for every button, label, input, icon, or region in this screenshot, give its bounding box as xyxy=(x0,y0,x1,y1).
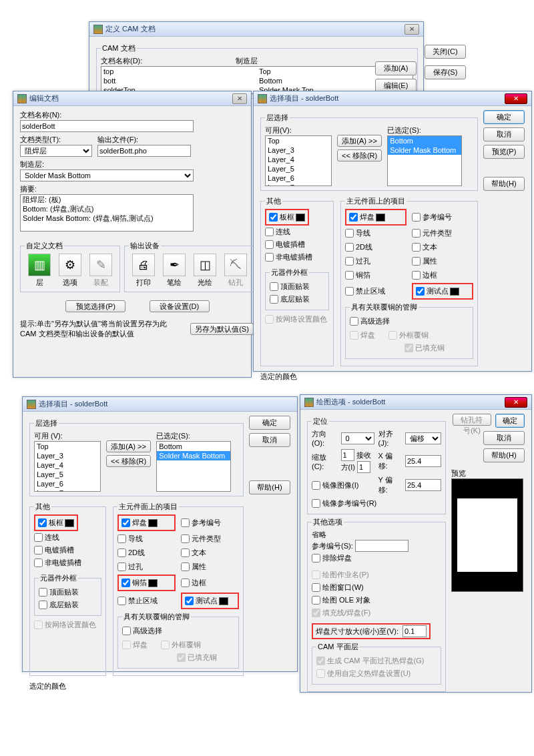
grp-label: CAM 文档 xyxy=(101,43,137,53)
tool-layer[interactable]: ▥层 xyxy=(25,254,54,288)
preview-pane xyxy=(451,478,523,592)
cb-2d xyxy=(345,243,354,252)
ok-button[interactable]: 确定 xyxy=(249,416,290,430)
cb-attr xyxy=(412,257,421,266)
cb-plated xyxy=(265,240,274,249)
dir-select[interactable]: 0 xyxy=(341,432,374,444)
cb-pad xyxy=(349,213,358,222)
dlg-edit-doc: 编辑文档 ✕ 文档名称(N): 文档类型(T): 阻焊层 输出文件(F): 制造… xyxy=(13,91,252,378)
lbl-selcolor: 选定的颜色 xyxy=(260,372,478,382)
cb-conn xyxy=(265,228,274,236)
cb-border xyxy=(412,271,421,280)
docname-input[interactable] xyxy=(20,120,194,132)
save-button[interactable]: 保存(S) xyxy=(425,65,466,79)
sel-list[interactable]: Bottom Solder Mask Bottom xyxy=(387,135,462,186)
cb-comptype xyxy=(412,229,421,238)
cb-guide xyxy=(345,229,354,238)
tool-print[interactable]: 🖨打印 xyxy=(129,254,158,288)
scale-input[interactable] xyxy=(341,449,354,461)
mfglayer-select[interactable]: Solder Mask Bottom xyxy=(20,169,194,181)
hl-test: 测试点 xyxy=(181,593,239,609)
preview-button[interactable]: 预览(P) xyxy=(483,145,525,159)
cancel-button[interactable]: 取消 xyxy=(483,431,525,445)
cb-ole xyxy=(312,596,320,605)
cancel-button[interactable]: 取消 xyxy=(483,127,525,141)
hl-pad: 焊盘 xyxy=(117,514,176,531)
cb-board xyxy=(38,518,47,527)
cb-text xyxy=(412,243,421,252)
doc-list[interactable]: topTop bottBottom solderTopSolder Mask T… xyxy=(101,66,413,94)
close-button[interactable]: 关闭(C) xyxy=(425,45,466,59)
hl-board: 板框 xyxy=(34,514,78,531)
title: 选择项目 - solderBott xyxy=(270,93,505,103)
rem-layer-button[interactable]: << 移除(R) xyxy=(106,455,151,467)
yoff-input[interactable] xyxy=(405,479,441,491)
ok-button[interactable]: 确定 xyxy=(483,110,525,124)
add-layer-button[interactable]: 添加(A) >> xyxy=(337,135,382,147)
title: 选择项目 - solderBott xyxy=(39,399,293,409)
avail-list[interactable]: TopLayer_3Layer_4Layer_5Layer_6Layer_7 xyxy=(34,441,101,492)
cb-ref xyxy=(412,213,421,222)
dev-set-button[interactable]: 设备设置(D) xyxy=(150,300,210,312)
close-icon[interactable]: ✕ xyxy=(505,93,527,104)
tool-pen[interactable]: ✒笔绘 xyxy=(160,254,189,288)
dlg-select-items-b: 选择项目 - solderBott 层选择 可用 (V): TopLayer_3… xyxy=(22,396,298,672)
hl-board: 板框 xyxy=(265,209,309,226)
lbl-doctype: 文档类型(T): xyxy=(20,135,92,145)
app-icon xyxy=(27,400,36,409)
cb-win xyxy=(312,583,320,592)
app-icon xyxy=(258,94,267,103)
recvd-input[interactable] xyxy=(357,461,370,473)
lbl-docname: 文档名称(N): xyxy=(20,110,255,120)
app-icon xyxy=(304,398,314,407)
cb-nonplated xyxy=(265,253,274,262)
cb-expad xyxy=(312,554,320,562)
ref-input[interactable] xyxy=(355,540,409,552)
add-layer-button[interactable]: 添加(A) >> xyxy=(106,440,151,452)
xoff-input[interactable] xyxy=(405,455,441,467)
cb-botmount xyxy=(270,295,278,304)
help-button[interactable]: 帮助(H) xyxy=(483,177,525,191)
cb-topmount xyxy=(270,282,278,291)
rem-layer-button[interactable]: << 移除(R) xyxy=(337,149,382,161)
tool-options[interactable]: ⚙选项 xyxy=(55,254,85,288)
hl-test: 测试点 xyxy=(412,283,473,300)
summary-box: 阻焊层: (板) Bottom: (焊盘,测试点) Solder Mask Bo… xyxy=(20,194,194,232)
outfile-input[interactable] xyxy=(97,145,191,157)
help-button[interactable]: 帮助(H) xyxy=(249,480,290,494)
avail-list[interactable]: TopLayer_3Layer_4Layer_5Layer_6Layer_7 xyxy=(265,135,332,186)
cb-test xyxy=(416,287,425,296)
title: 定义 CAM 文档 xyxy=(105,24,405,34)
prev-sel-button[interactable]: 预览选择(P) xyxy=(65,300,125,312)
lbl-outfile: 输出文件(F): xyxy=(97,135,191,145)
hl-pad: 焊盘 xyxy=(345,209,407,226)
doctype-select[interactable]: 阻焊层 xyxy=(20,145,92,157)
close-icon[interactable]: ✕ xyxy=(505,397,527,408)
add-button[interactable]: 添加(A) xyxy=(375,61,417,75)
dlg-plot-options: 绘图选项 - solderBott ✕ 定位 方向(O): 0 对齐(J): 偏… xyxy=(300,394,532,693)
app-icon xyxy=(17,94,27,103)
padresize-input[interactable] xyxy=(403,625,427,637)
sel-list[interactable]: Bottom Solder Mask Bottom xyxy=(156,441,231,492)
lbl-mfglayer: 制造层: xyxy=(20,159,255,169)
align-select[interactable]: 偏移 xyxy=(405,432,441,444)
title: 编辑文档 xyxy=(29,93,232,103)
close-icon[interactable]: ✕ xyxy=(405,24,419,35)
cb-mirror-ref xyxy=(312,499,320,508)
cb-board xyxy=(269,213,278,222)
cb-via xyxy=(345,257,354,266)
app-icon xyxy=(93,25,103,34)
cb-keepout xyxy=(345,287,354,296)
help-button[interactable]: 帮助(H) xyxy=(483,448,525,462)
lbl-mfglayer: 制造层 xyxy=(236,56,258,66)
cb-copper xyxy=(345,271,354,280)
ok-button[interactable]: 确定 xyxy=(495,414,525,428)
save-default-button[interactable]: 另存为默认值(S) xyxy=(190,323,254,335)
tool-drill: ⛏钻孔 xyxy=(221,254,250,288)
tool-photo[interactable]: ◫光绘 xyxy=(190,254,220,288)
cancel-button[interactable]: 取消 xyxy=(249,433,290,447)
close-icon[interactable]: ✕ xyxy=(232,93,247,104)
cb-colorbynet xyxy=(265,315,274,324)
drill-button: 钻孔符号(K) xyxy=(453,414,491,426)
lbl-docname: 文档名称(D): xyxy=(101,56,142,66)
